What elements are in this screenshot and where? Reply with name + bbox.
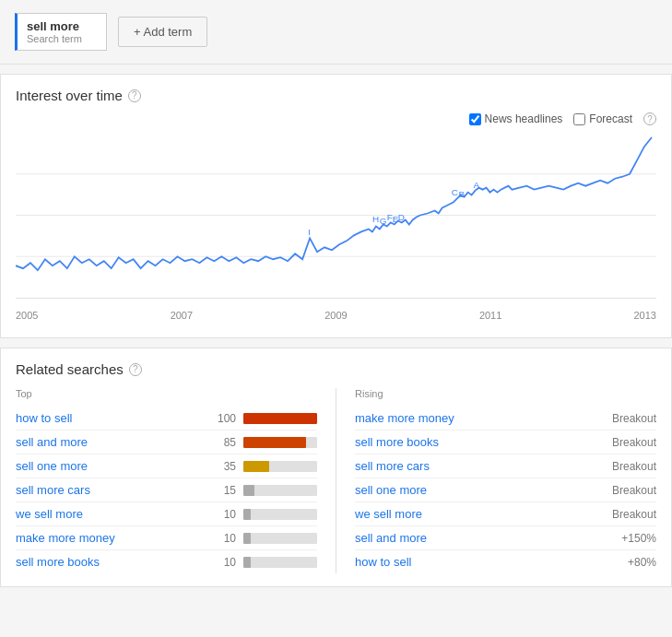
bar-container bbox=[243, 461, 317, 472]
news-headlines-checkbox-label[interactable]: News headlines bbox=[469, 112, 563, 125]
item-badge: Breakout bbox=[592, 508, 656, 521]
svg-text:B: B bbox=[459, 189, 466, 199]
list-item: how to sell +80% bbox=[355, 550, 656, 573]
bar-fill bbox=[243, 461, 269, 472]
list-item: sell more cars 15 bbox=[16, 478, 317, 502]
rising-searches-col: Rising make more money Breakout sell mor… bbox=[336, 388, 656, 573]
bar-container bbox=[243, 533, 317, 544]
bar-fill bbox=[243, 509, 251, 520]
x-label-2013: 2013 bbox=[634, 310, 656, 321]
item-badge: Breakout bbox=[592, 484, 656, 497]
list-item: sell one more 35 bbox=[16, 454, 317, 478]
related-help-icon[interactable]: ? bbox=[129, 363, 142, 376]
svg-text:G: G bbox=[380, 216, 387, 226]
bar-container bbox=[243, 413, 317, 424]
list-item: sell more cars Breakout bbox=[355, 454, 656, 478]
forecast-checkbox-label[interactable]: Forecast bbox=[573, 112, 632, 125]
svg-text:I: I bbox=[308, 227, 311, 237]
chart-x-labels: 2005 2007 2009 2011 2013 bbox=[16, 306, 656, 324]
related-searches-title: Related searches ? bbox=[16, 361, 656, 377]
item-label[interactable]: sell one more bbox=[355, 483, 592, 497]
interest-title-text: Interest over time bbox=[16, 88, 123, 103]
list-item: sell more books Breakout bbox=[355, 431, 656, 454]
list-item: make more money 10 bbox=[16, 526, 317, 550]
item-badge: +80% bbox=[592, 556, 656, 569]
list-item: we sell more 10 bbox=[16, 502, 317, 526]
chart-area: I H G F E D C B A bbox=[16, 133, 656, 299]
svg-text:D: D bbox=[398, 212, 405, 222]
list-item: we sell more Breakout bbox=[355, 502, 656, 526]
item-badge: Breakout bbox=[592, 412, 656, 425]
item-label[interactable]: sell more books bbox=[16, 555, 208, 569]
item-badge: Breakout bbox=[592, 460, 656, 473]
top-searches-col: Top how to sell 100 sell and more 85 sel… bbox=[16, 388, 336, 573]
x-label-2007: 2007 bbox=[171, 310, 193, 321]
list-item: sell more books 10 bbox=[16, 550, 317, 573]
add-term-button[interactable]: + Add term bbox=[118, 17, 207, 47]
forecast-label: Forecast bbox=[589, 112, 632, 125]
rising-col-header: Rising bbox=[355, 388, 656, 399]
item-label[interactable]: make more money bbox=[355, 411, 592, 425]
bar-container bbox=[243, 437, 317, 448]
bar-fill bbox=[243, 437, 306, 448]
x-label-2011: 2011 bbox=[479, 310, 501, 321]
interest-over-time-section: Interest over time ? News headlines Fore… bbox=[0, 74, 672, 338]
bar-fill bbox=[243, 485, 254, 496]
x-label-2009: 2009 bbox=[324, 310, 347, 321]
bar-container bbox=[243, 557, 317, 568]
item-label[interactable]: sell one more bbox=[16, 459, 208, 473]
related-title-text: Related searches bbox=[16, 361, 124, 377]
top-bar: sell more Search term + Add term bbox=[0, 0, 672, 65]
list-item: sell and more +150% bbox=[355, 526, 656, 550]
list-item: how to sell 100 bbox=[16, 407, 317, 431]
list-item: sell and more 85 bbox=[16, 431, 317, 454]
svg-text:A: A bbox=[474, 180, 480, 190]
item-score: 10 bbox=[208, 508, 236, 521]
bar-container bbox=[243, 509, 317, 520]
item-label[interactable]: make more money bbox=[16, 531, 208, 545]
bar-container bbox=[243, 485, 317, 496]
chart-controls: News headlines Forecast ? bbox=[16, 112, 656, 125]
svg-text:H: H bbox=[372, 214, 379, 224]
interest-help-icon[interactable]: ? bbox=[128, 89, 141, 102]
chart-svg: I H G F E D C B A bbox=[16, 133, 656, 298]
item-label[interactable]: sell and more bbox=[355, 531, 592, 545]
item-label[interactable]: we sell more bbox=[16, 507, 208, 521]
item-score: 85 bbox=[208, 436, 236, 449]
item-label[interactable]: sell more books bbox=[355, 435, 592, 449]
item-label[interactable]: we sell more bbox=[355, 507, 592, 521]
list-item: make more money Breakout bbox=[355, 407, 656, 431]
bar-fill bbox=[243, 557, 251, 568]
forecast-help-icon[interactable]: ? bbox=[643, 112, 656, 125]
item-score: 100 bbox=[208, 412, 236, 425]
item-score: 15 bbox=[208, 484, 236, 497]
item-badge: Breakout bbox=[592, 436, 656, 449]
item-score: 35 bbox=[208, 460, 236, 473]
item-label[interactable]: how to sell bbox=[355, 555, 592, 569]
top-col-header: Top bbox=[16, 388, 317, 399]
item-score: 10 bbox=[208, 556, 236, 569]
related-searches-section: Related searches ? Top how to sell 100 s… bbox=[0, 348, 672, 587]
item-badge: +150% bbox=[592, 532, 656, 545]
item-score: 10 bbox=[208, 532, 236, 545]
forecast-checkbox[interactable] bbox=[573, 113, 585, 125]
svg-text:C: C bbox=[452, 187, 458, 197]
bar-fill bbox=[243, 533, 251, 544]
news-headlines-label: News headlines bbox=[485, 112, 563, 125]
search-term-text: sell more bbox=[27, 19, 97, 33]
section-title-interest: Interest over time ? bbox=[16, 88, 656, 103]
related-columns: Top how to sell 100 sell and more 85 sel… bbox=[16, 388, 656, 573]
news-headlines-checkbox[interactable] bbox=[469, 113, 481, 125]
search-term-box: sell more Search term bbox=[15, 13, 107, 51]
bar-fill bbox=[243, 413, 317, 424]
list-item: sell one more Breakout bbox=[355, 478, 656, 502]
x-label-2005: 2005 bbox=[16, 310, 38, 321]
search-term-label: Search term bbox=[27, 33, 97, 44]
item-label[interactable]: sell and more bbox=[16, 435, 208, 449]
item-label[interactable]: how to sell bbox=[16, 411, 208, 425]
item-label[interactable]: sell more cars bbox=[355, 459, 592, 473]
item-label[interactable]: sell more cars bbox=[16, 483, 208, 497]
